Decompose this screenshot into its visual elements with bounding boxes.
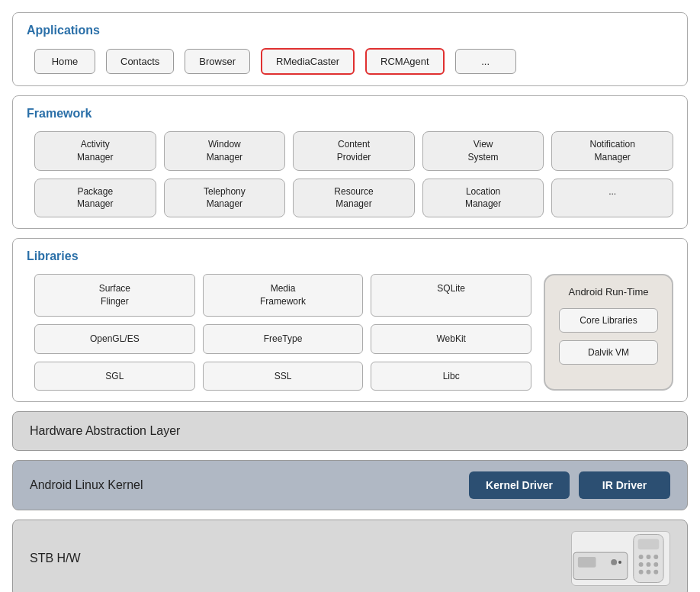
- applications-section: Applications Home Contacts Browser RMedi…: [12, 12, 688, 86]
- framework-grid: ActivityManager WindowManager ContentPro…: [27, 131, 673, 217]
- svg-point-6: [639, 555, 644, 559]
- svg-point-7: [646, 555, 650, 559]
- fw-telephony-manager[interactable]: TelephonyManager: [164, 179, 286, 218]
- libraries-title: Libraries: [27, 249, 673, 263]
- svg-point-9: [639, 562, 644, 567]
- fw-location-manager[interactable]: LocationManager: [422, 179, 544, 218]
- kernel-section: Android Linux Kernel Kernel Driver IR Dr…: [12, 460, 688, 510]
- ir-driver-btn[interactable]: IR Driver: [579, 471, 670, 499]
- stb-title: STB H/W: [30, 552, 571, 565]
- app-more[interactable]: ...: [455, 49, 516, 74]
- lib-grid: SurfaceFlinger MediaFramework SQLite Ope…: [34, 274, 531, 391]
- hal-title: Hardware Abstraction Layer: [30, 424, 180, 437]
- app-rcmagent[interactable]: RCMAgent: [365, 48, 445, 75]
- lib-libc[interactable]: Libc: [371, 362, 531, 391]
- lib-surface-flinger[interactable]: SurfaceFlinger: [34, 274, 195, 317]
- svg-point-13: [646, 570, 650, 574]
- applications-title: Applications: [27, 24, 673, 37]
- stb-section: STB H/W: [12, 520, 688, 592]
- svg-rect-5: [638, 539, 660, 550]
- svg-point-11: [653, 562, 658, 567]
- fw-content-provider[interactable]: ContentProvider: [293, 131, 415, 171]
- lib-webkit[interactable]: WebKit: [371, 324, 531, 354]
- app-contacts[interactable]: Contacts: [106, 49, 174, 74]
- fw-view-system[interactable]: ViewSystem: [422, 131, 544, 171]
- app-rmediacaster[interactable]: RMediaCaster: [261, 48, 355, 75]
- lib-ssl[interactable]: SSL: [203, 362, 364, 391]
- lib-media-framework[interactable]: MediaFramework: [203, 274, 364, 317]
- fw-window-manager[interactable]: WindowManager: [164, 131, 286, 171]
- libraries-inner: SurfaceFlinger MediaFramework SQLite Ope…: [27, 274, 673, 391]
- framework-section: Framework ActivityManager WindowManager …: [12, 95, 688, 229]
- svg-point-8: [653, 555, 658, 559]
- svg-point-14: [653, 570, 658, 574]
- fw-notification-manager[interactable]: NotificationManager: [551, 131, 673, 171]
- fw-package-manager[interactable]: PackageManager: [34, 179, 156, 218]
- fw-more[interactable]: ...: [551, 179, 673, 218]
- kernel-drivers: Kernel Driver IR Driver: [469, 471, 670, 499]
- kernel-title: Android Linux Kernel: [30, 478, 469, 492]
- core-libraries-btn[interactable]: Core Libraries: [559, 308, 658, 333]
- lib-sqlite[interactable]: SQLite: [371, 274, 531, 317]
- android-runtime-box: Android Run-Time Core Libraries Dalvik V…: [544, 274, 673, 391]
- remote-control-icon: [572, 531, 669, 586]
- lib-freetype[interactable]: FreeType: [203, 324, 364, 354]
- svg-point-2: [611, 559, 617, 565]
- framework-title: Framework: [27, 107, 673, 121]
- kernel-driver-btn[interactable]: Kernel Driver: [469, 471, 570, 499]
- stb-image: [571, 531, 670, 586]
- libraries-section: Libraries SurfaceFlinger MediaFramework …: [12, 238, 688, 402]
- svg-point-10: [646, 562, 650, 567]
- svg-rect-1: [578, 557, 596, 568]
- dalvik-vm-btn[interactable]: Dalvik VM: [559, 340, 658, 365]
- applications-row: Home Contacts Browser RMediaCaster RCMAg…: [27, 48, 673, 75]
- lib-sgl[interactable]: SGL: [34, 362, 195, 391]
- svg-point-12: [639, 570, 644, 574]
- svg-point-3: [618, 561, 621, 564]
- lib-opengl[interactable]: OpenGL/ES: [34, 324, 195, 354]
- app-home[interactable]: Home: [34, 49, 95, 74]
- app-browser[interactable]: Browser: [185, 49, 250, 74]
- fw-activity-manager[interactable]: ActivityManager: [34, 131, 156, 171]
- runtime-title: Android Run-Time: [568, 286, 648, 298]
- fw-resource-manager[interactable]: ResourceManager: [293, 179, 415, 218]
- hal-section: Hardware Abstraction Layer: [12, 411, 688, 451]
